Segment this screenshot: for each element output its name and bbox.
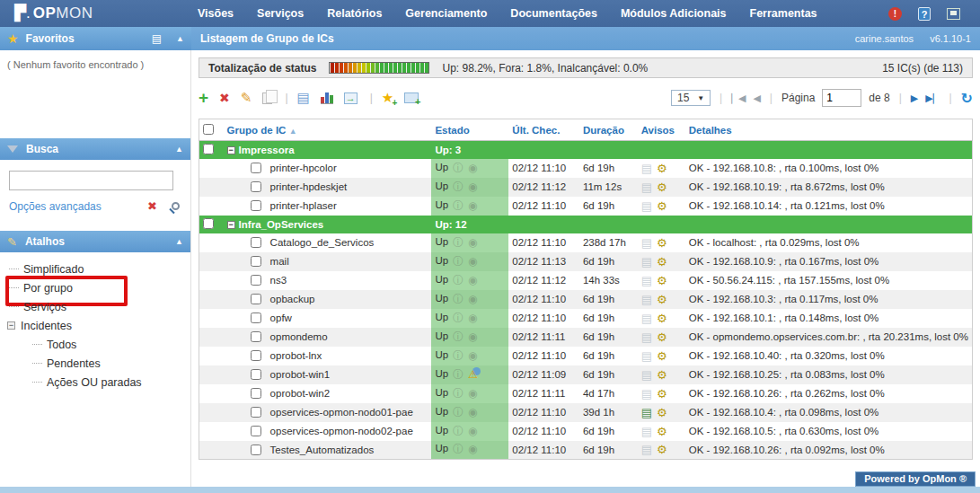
notifications-icon[interactable]: ◉ [468,180,477,193]
ic-row-printer-hpcolor[interactable]: printer-hpcolorUpⓘ◉02/12 11:106d 19h▤⚙OK… [199,159,973,178]
next-page-button[interactable]: ▶ [911,92,918,104]
shortcut-pendentes[interactable]: Pendentes [5,354,190,373]
ic-name[interactable]: Testes_Automatizados [270,445,375,455]
info-icon[interactable]: ⓘ [453,442,464,457]
tree-expander-icon[interactable]: − [7,321,15,330]
ic-name[interactable]: printer-hpdeskjet [270,181,348,192]
ic-checkbox[interactable] [251,313,261,323]
ic-row-opbackup[interactable]: opbackupUpⓘ◉02/12 11:106d 19h▤⚙OK - 192.… [199,290,973,309]
actions-gear-icon[interactable]: ⚙ [657,274,667,287]
collapse-search-icon[interactable]: ▲ [175,145,183,154]
ic-name[interactable]: printer-hpcolor [270,163,337,173]
notes-icon[interactable]: ▤ [641,368,652,382]
actions-gear-icon[interactable]: ⚙ [657,236,667,250]
info-icon[interactable]: ⓘ [453,424,464,439]
notes-icon[interactable]: ▤ [641,387,652,401]
notes-icon[interactable]: ▤ [641,180,652,194]
export-button[interactable]: → [344,92,358,104]
ic-checkbox[interactable] [251,256,261,267]
shortcuts-panel-header[interactable]: ✎ Atalhos ▲ [0,231,190,252]
search-panel-header[interactable]: Busca ▲ [0,138,190,160]
col-ult-chec[interactable]: Últ. Chec. [508,119,579,141]
collapse-group-icon[interactable]: − [227,221,235,229]
notes-icon[interactable]: ▤ [641,255,652,269]
actions-gear-icon[interactable]: ⚙ [657,293,667,306]
shortcut-todos[interactable]: Todos [5,335,190,354]
search-input[interactable] [9,171,173,190]
info-icon[interactable]: ⓘ [453,180,464,195]
ic-checkbox[interactable] [251,445,261,455]
chart-button[interactable] [321,92,333,104]
col-avisos[interactable]: Avisos [638,119,685,141]
notes-icon[interactable]: ▤ [641,406,652,419]
info-icon[interactable]: ⓘ [453,386,464,401]
search-submit-icon[interactable] [172,202,180,210]
shortcut-servicos[interactable]: Serviços [5,297,190,316]
info-icon[interactable]: ⓘ [453,311,464,326]
ic-name[interactable]: opservices-opmon-nodo01-pae [270,407,413,418]
clear-search-icon[interactable]: ✖ [147,199,157,213]
ic-checkbox[interactable] [251,350,261,361]
ic-checkbox[interactable] [251,388,261,399]
ic-row-opfw[interactable]: opfwUpⓘ◉02/12 11:106d 19h▤⚙OK - 192.168.… [199,309,973,328]
ic-row-oprobot-win2[interactable]: oprobot-win2Upⓘ◉02/12 11:114d 17h▤⚙OK - … [199,384,973,403]
group-row-impressora[interactable]: −ImpressoraUp: 3 [199,141,973,159]
info-icon[interactable]: ⓘ [453,235,464,251]
ic-row-printer-hpdeskjet[interactable]: printer-hpdeskjetUpⓘ◉02/12 11:1211m 12s▤… [199,178,973,197]
alerts-icon[interactable]: ! [888,7,902,21]
notifications-icon[interactable]: ◉ [468,293,477,305]
notes-icon[interactable]: ▤ [641,330,652,344]
notifications-icon[interactable]: ◉ [468,236,477,249]
notes-icon[interactable]: ▤ [641,293,652,306]
ic-checkbox[interactable] [251,407,261,418]
menu-documentacoes[interactable]: Documentações [510,7,597,20]
ic-name[interactable]: opmondemo [270,331,328,342]
actions-gear-icon[interactable]: ⚙ [657,162,667,175]
ic-row-opmondemo[interactable]: opmondemoUpⓘ◉02/12 11:116d 19h▤⚙OK - opm… [199,328,973,347]
menu-gerenciamento[interactable]: Gerenciamento [405,7,487,20]
add-button[interactable]: + [199,91,208,105]
col-detalhes[interactable]: Detalhes [685,119,973,141]
actions-gear-icon[interactable]: ⚙ [657,368,667,382]
info-icon[interactable]: ⓘ [453,405,464,420]
info-icon[interactable]: ⓘ [453,292,464,307]
ic-name[interactable]: ns3 [270,275,287,286]
info-icon[interactable]: ⓘ [453,198,464,214]
notifications-icon[interactable]: ◉ [468,349,477,362]
help-icon[interactable]: ? [918,7,931,21]
ic-checkbox[interactable] [251,275,261,286]
info-icon[interactable]: ⓘ [453,367,464,383]
info-icon[interactable]: ⓘ [453,348,464,364]
shortcut-por-grupo[interactable]: Por grupo [5,278,190,297]
prev-page-button[interactable]: ◀ [753,92,760,104]
ic-row-ns3[interactable]: ns3Upⓘ◉02/12 11:1214h 33s▤⚙OK - 50.56.24… [199,271,973,290]
first-page-button[interactable]: ◀ [731,92,746,104]
notifications-icon[interactable]: ◉ [468,255,477,268]
actions-gear-icon[interactable]: ⚙ [657,180,667,194]
collapse-group-icon[interactable]: − [227,146,235,154]
ic-row-printer-hplaser[interactable]: printer-hplaserUpⓘ◉02/12 11:106d 19h▤⚙OK… [199,197,973,216]
notifications-icon[interactable]: ◉ [468,199,477,212]
shortcut-simplificado[interactable]: Simplificado [5,260,190,278]
ic-checkbox[interactable] [251,181,261,192]
acknowledged-icon[interactable]: ⚠ [468,368,478,381]
col-estado[interactable]: Estado [431,119,508,141]
ic-checkbox[interactable] [251,369,261,380]
advanced-options-link[interactable]: Opções avançadas [9,200,102,213]
add-screen-button[interactable] [404,92,419,103]
fullscreen-icon[interactable] [947,8,960,20]
add-favorite-button[interactable]: ★ [382,90,393,106]
notifications-icon[interactable]: ◉ [468,425,477,437]
ic-row-opservices-opmon-nodo01-pae[interactable]: opservices-opmon-nodo01-paeUpⓘ◉02/12 11:… [199,403,973,422]
ic-checkbox[interactable] [251,200,261,211]
ic-row-testes-automatizados[interactable]: Testes_AutomatizadosUpⓘ◉02/12 11:106d 19… [199,441,973,460]
favorites-panel-header[interactable]: ★ Favoritos ▤ ▲ [0,27,191,50]
notes-icon[interactable]: ▤ [641,199,652,213]
menu-visoes[interactable]: Visões [198,7,234,20]
ic-checkbox[interactable] [251,426,261,436]
notifications-icon[interactable]: ◉ [468,162,477,174]
ic-name[interactable]: mail [270,256,289,267]
notes-icon[interactable]: ▤ [641,162,652,175]
notifications-icon[interactable]: ◉ [468,406,477,418]
actions-gear-icon[interactable]: ⚙ [657,349,667,363]
